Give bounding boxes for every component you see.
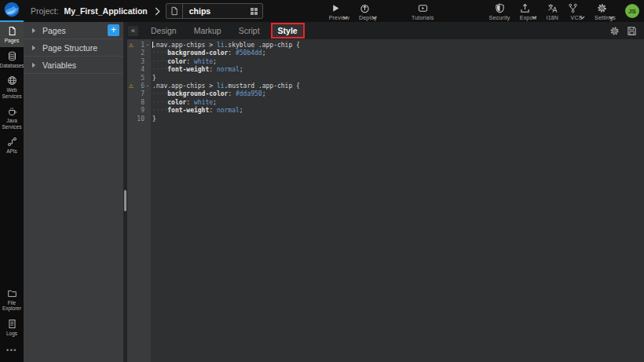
workspace-tabs: DesignMarkupScriptStyle: [142, 22, 307, 39]
page-tab-name: chips: [189, 6, 210, 16]
caret-right-icon: [31, 45, 36, 51]
sidebar-item-web-services[interactable]: Web Services: [0, 71, 24, 102]
sidebar-item-pages[interactable]: Pages: [0, 22, 24, 47]
export-label: Export: [520, 15, 536, 20]
tab-design[interactable]: Design: [142, 26, 185, 35]
code-text: ····font-weight: normal;: [152, 107, 243, 115]
panel-section-label: Variables: [42, 60, 76, 70]
settings-button[interactable]: Settings: [595, 2, 616, 20]
sidebar-item-logs[interactable]: Logs: [0, 315, 24, 340]
sidebar-item-file-explorer[interactable]: File Explorer: [0, 284, 24, 315]
preview-button[interactable]: Preview: [329, 2, 349, 20]
sidebar-item-label: Logs: [6, 331, 17, 337]
line-number: 2: [135, 49, 145, 57]
code-text: }: [152, 75, 156, 82]
warning-icon: ⚠: [127, 42, 135, 49]
vcs-label: VCS: [571, 15, 583, 20]
line-number: 8: [135, 99, 145, 107]
globe-icon: [7, 75, 17, 86]
line-number: 10: [135, 115, 145, 123]
user-avatar[interactable]: JS: [625, 4, 639, 18]
code-line: 7····background-color: #dda950;: [127, 90, 644, 98]
line-number: 9: [135, 107, 145, 115]
line-number: 4: [135, 66, 145, 74]
topbar: Project: My_First_Application chips Prev…: [0, 0, 644, 22]
topbar-actions-right: SecurityExportI18NVCSSettings: [485, 2, 620, 20]
sidebar-item-java-services[interactable]: Java Services: [0, 102, 24, 133]
code-text: .nav.app-chips > li.skyblue .app-chip {: [152, 42, 300, 49]
code-text: ····color: white;: [152, 99, 217, 107]
i18n-button[interactable]: I18N: [547, 2, 559, 20]
tab-script[interactable]: Script: [230, 26, 269, 35]
sidebar-item-label: Java Services: [0, 118, 24, 130]
collapse-panel-button[interactable]: «: [128, 26, 138, 36]
tutorials-label: Tutorials: [412, 15, 434, 20]
deploy-label: Deploy: [359, 15, 377, 20]
warning-icon: ⚠: [127, 82, 135, 90]
log-icon: [7, 319, 17, 329]
sidebar-item-label: APIs: [6, 148, 17, 155]
page-switcher-grid-icon[interactable]: [251, 8, 258, 15]
code-text: .nav.app-chips > li.mustard .app-chip {: [152, 82, 300, 90]
security-button[interactable]: Security: [489, 2, 510, 20]
panel-section-page-structure[interactable]: Page Structure: [24, 39, 123, 57]
security-label: Security: [489, 15, 510, 20]
code-text: ····background-color: #50b4dd;: [152, 49, 266, 57]
deploy-button[interactable]: Deploy: [359, 2, 377, 20]
api-icon: [7, 137, 17, 147]
save-icon[interactable]: [627, 26, 637, 36]
code-line: ⚠1-.nav.app-chips > li.skyblue .app-chip…: [127, 42, 644, 49]
page-icon: [7, 26, 17, 36]
sidebar-item-label: Pages: [5, 38, 19, 44]
code-line: 2····background-color: #50b4dd;: [127, 49, 644, 57]
line-number: 5: [135, 75, 145, 82]
settings-label: Settings: [595, 15, 616, 20]
sidebar-item-databases[interactable]: Databases: [0, 47, 24, 72]
add-page-button[interactable]: +: [108, 24, 119, 36]
tab-markup[interactable]: Markup: [185, 26, 230, 35]
tutorials-button[interactable]: Tutorials: [412, 2, 434, 20]
editor-lines: ⚠1-.nav.app-chips > li.skyblue .app-chip…: [127, 39, 644, 123]
database-icon: [7, 51, 17, 61]
project-name[interactable]: My_First_Application: [64, 6, 148, 16]
export-button[interactable]: Export: [520, 2, 537, 20]
left-icon-rail: PagesDatabasesWeb ServicesJava ServicesA…: [0, 22, 24, 362]
code-line: ⚠6-.nav.app-chips > li.mustard .app-chip…: [127, 82, 644, 90]
sidebar-more-button[interactable]: •••: [0, 339, 24, 362]
panel-section-pages[interactable]: Pages+: [24, 22, 123, 39]
sidebar-item-label: Web Services: [0, 87, 24, 99]
folder-icon: [7, 288, 17, 298]
panel-section-label: Page Structure: [42, 43, 97, 53]
tab-style[interactable]: Style: [271, 23, 305, 38]
editor-settings-gear-icon[interactable]: [609, 26, 620, 36]
sidebar-item-label: Databases: [0, 63, 24, 69]
explorer-panel: Pages+Page StructureVariables: [24, 22, 123, 362]
breadcrumb-chevron-right-icon: [155, 7, 160, 16]
code-text: ····font-weight: normal;: [152, 66, 243, 74]
topbar-actions-left: PreviewDeployTutorials: [324, 2, 439, 20]
panel-section-variables[interactable]: Variables: [24, 57, 123, 74]
caret-right-icon: [31, 27, 36, 34]
line-number: 3: [135, 58, 145, 66]
sidebar-item-apis[interactable]: APIs: [0, 133, 24, 158]
wavemaker-logo-icon: [4, 2, 20, 20]
css-code-editor[interactable]: ⚠1-.nav.app-chips > li.skyblue .app-chip…: [127, 39, 644, 362]
fold-toggle-icon[interactable]: -: [145, 82, 151, 90]
app-logo[interactable]: [0, 0, 24, 22]
main-body: PagesDatabasesWeb ServicesJava ServicesA…: [0, 22, 644, 362]
code-line: 5}: [127, 75, 644, 82]
fold-toggle-icon[interactable]: -: [145, 42, 151, 49]
line-number: 6: [135, 82, 145, 90]
coffee-icon: [7, 106, 17, 116]
caret-right-icon: [31, 62, 36, 68]
workspace: « DesignMarkupScriptStyle ⚠1-.nav.app-ch…: [127, 22, 644, 362]
open-page-tab[interactable]: chips: [166, 3, 263, 19]
vcs-button[interactable]: VCS: [568, 2, 585, 20]
scrollbar-thumb[interactable]: [124, 190, 126, 211]
sidebar-item-label: File Explorer: [0, 300, 24, 312]
wavemaker-studio-window: Project: My_First_Application chips Prev…: [0, 0, 644, 362]
line-number: 7: [135, 90, 145, 98]
project-label: Project:: [31, 6, 59, 16]
i18n-label: I18N: [547, 15, 559, 20]
preview-label: Preview: [329, 15, 349, 20]
